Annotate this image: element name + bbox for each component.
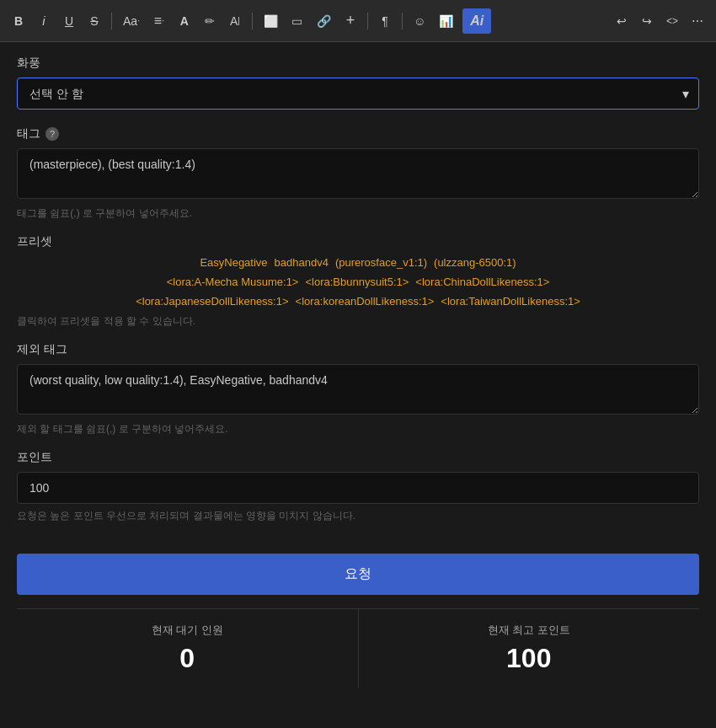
preset-tag-amecha[interactable]: <lora:A-Mecha Musume:1>: [167, 276, 299, 288]
queue-label: 현재 대기 인원: [30, 623, 345, 638]
font-size-button[interactable]: Aa·: [119, 11, 144, 31]
emoji-button[interactable]: ☺: [409, 11, 430, 31]
request-button[interactable]: 요청: [17, 554, 699, 595]
preset-section-label: 프리셋: [17, 234, 699, 249]
preset-hint-text: 클릭하여 프리셋을 적용 할 수 있습니다.: [17, 314, 699, 329]
tag-help-icon[interactable]: ?: [45, 127, 59, 141]
preset-tags-row1: EasyNegative badhandv4 (purerosface_v1:1…: [17, 256, 699, 269]
separator-1: [111, 13, 112, 29]
queue-stat: 현재 대기 인원 0: [17, 609, 359, 688]
style-dropdown-wrapper: 선택 안 함 애니메이션 사실적 판타지 ▾: [17, 78, 699, 110]
ai-icon: Ai: [467, 12, 487, 30]
undo-button[interactable]: ↩: [612, 11, 632, 31]
video-button[interactable]: ▭: [287, 11, 307, 31]
preset-tag-japanesedoll[interactable]: <lora:JapaneseDollLikeness:1>: [136, 295, 288, 308]
stats-footer: 현재 대기 인원 0 현재 최고 포인트 100: [17, 608, 699, 688]
exclude-hint-text: 제외 할 태그를 쉼표(,) 로 구분하여 넣어주세요.: [17, 422, 699, 436]
preset-tag-easynegative[interactable]: EasyNegative: [200, 256, 267, 269]
tag-section-label: 태그 ?: [17, 126, 699, 142]
point-stat-value: 100: [372, 643, 687, 674]
image-button[interactable]: ⬜: [259, 11, 282, 31]
point-stat-label: 현재 최고 포인트: [372, 623, 687, 638]
italic-button[interactable]: i: [34, 10, 54, 31]
redo-button[interactable]: ↪: [637, 11, 657, 31]
paragraph-button[interactable]: ¶: [375, 11, 395, 31]
more-button[interactable]: ⋯: [687, 11, 708, 31]
style-label-text: 화풍: [17, 56, 40, 71]
code-view-button[interactable]: <>: [662, 12, 682, 30]
separator-4: [402, 13, 403, 29]
preset-tags-container: EasyNegative badhandv4 (purerosface_v1:1…: [17, 256, 699, 308]
queue-value: 0: [30, 643, 345, 674]
bold-button[interactable]: B: [8, 11, 29, 31]
preset-tag-badhandv4[interactable]: badhandv4: [275, 256, 329, 269]
preset-tags-row3: <lora:JapaneseDollLikeness:1> <lora:kore…: [17, 295, 699, 308]
exclude-label-text: 제외 태그: [17, 342, 67, 357]
separator-2: [252, 13, 253, 29]
preset-label-text: 프리셋: [17, 234, 52, 249]
style-section-label: 화풍: [17, 56, 699, 71]
preset-tag-ulzzang[interactable]: (ulzzang-6500:1): [434, 256, 516, 269]
underline-button[interactable]: U: [59, 11, 79, 31]
strikethrough-button[interactable]: S: [84, 11, 104, 31]
point-input[interactable]: [17, 472, 699, 504]
point-stat: 현재 최고 포인트 100: [359, 609, 700, 688]
main-content: 화풍 선택 안 함 애니메이션 사실적 판타지 ▾ 태그 ? 태그를 쉼표(,)…: [0, 42, 716, 701]
font-color-button[interactable]: A: [174, 11, 195, 31]
preset-tag-chinadoll[interactable]: <lora:ChinaDollLikeness:1>: [415, 276, 549, 288]
exclude-section-label: 제외 태그: [17, 342, 699, 357]
line-height-button[interactable]: ≡·: [149, 10, 169, 32]
toolbar: B i U S Aa· ≡· A ✏ A| ⬜ ▭ 🔗 + ¶ ☺ 📊 Ai ↩…: [0, 0, 716, 42]
preset-tag-koreandoll[interactable]: <lora:koreanDollLikeness:1>: [296, 295, 435, 308]
link-button[interactable]: 🔗: [313, 11, 335, 31]
point-section-label: 포인트: [17, 450, 699, 465]
tag-label-text: 태그: [17, 126, 40, 142]
preset-tag-purerosface[interactable]: (purerosface_v1:1): [335, 256, 427, 269]
preset-tag-taiwandoll[interactable]: <lora:TaiwanDollLikeness:1>: [441, 295, 580, 308]
preset-tag-bbunnysuit[interactable]: <lora:Bbunnysuit5:1>: [305, 276, 409, 288]
highlight-button[interactable]: ✏: [200, 11, 220, 31]
font-size2-button[interactable]: A|: [225, 11, 245, 31]
point-hint-text: 요청은 높은 포인트 우선으로 처리되며 결과물에는 영향을 미치지 않습니다.: [17, 509, 699, 523]
ai-button[interactable]: Ai: [462, 8, 491, 34]
preset-tags-row2: <lora:A-Mecha Musume:1> <lora:Bbunnysuit…: [17, 276, 699, 288]
tag-input[interactable]: [17, 148, 699, 199]
add-button[interactable]: +: [340, 8, 361, 33]
toolbar-right: ↩ ↪ <> ⋯: [612, 11, 708, 31]
separator-3: [367, 13, 368, 29]
tag-hint-text: 태그를 쉼표(,) 로 구분하여 넣어주세요.: [17, 206, 699, 221]
exclude-input[interactable]: [17, 364, 699, 415]
chart-button[interactable]: 📊: [435, 11, 457, 31]
style-dropdown[interactable]: 선택 안 함 애니메이션 사실적 판타지: [17, 78, 699, 110]
point-label-text: 포인트: [17, 450, 52, 465]
